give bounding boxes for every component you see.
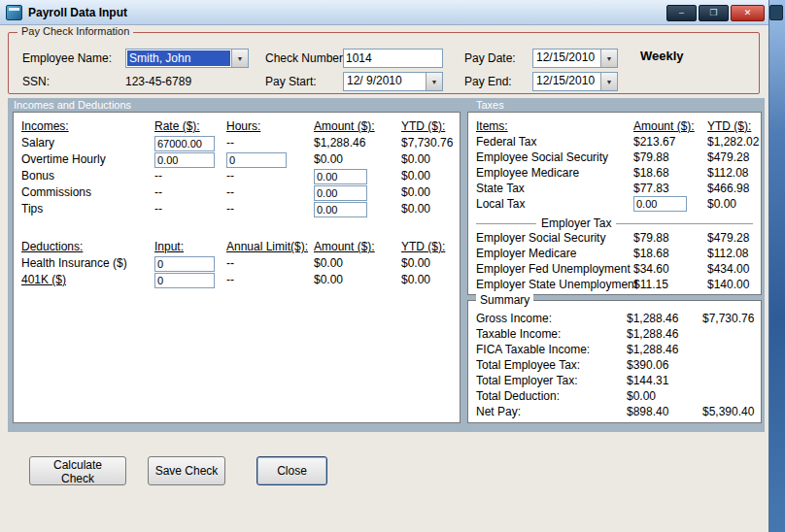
income-hours: -- xyxy=(226,168,314,184)
ssn-value: 123-45-6789 xyxy=(125,75,191,88)
health-insurance-input[interactable] xyxy=(154,256,215,272)
minimize-button[interactable]: – xyxy=(666,5,697,21)
title-bar[interactable]: Payroll Data Input – ❐ ✕ xyxy=(0,0,768,25)
income-row-label: Overtime Hourly xyxy=(21,151,154,168)
pay-date-value: 12/15/2010 xyxy=(533,50,600,67)
tips-amount-input[interactable] xyxy=(314,202,367,217)
taxes-panel: Items: Amount ($): YTD ($): Federal Tax … xyxy=(467,112,762,295)
income-amount: $0.00 xyxy=(314,151,401,168)
pay-date-dropdown-button[interactable]: ▼ xyxy=(600,50,617,67)
tax-amount: $79.88 xyxy=(633,230,707,246)
window-controls: – ❐ ✕ xyxy=(666,5,765,21)
tax-ytd: $1,282.02 xyxy=(707,134,761,150)
pay-date-picker[interactable]: 12/15/2010 ▼ xyxy=(532,49,618,68)
summary-row-label: Total Deduction: xyxy=(476,388,627,404)
deduction-ytd: $0.00 xyxy=(401,255,460,272)
income-rate: -- xyxy=(154,201,226,217)
taxes-table: Items: Amount ($): YTD ($): Federal Tax … xyxy=(468,113,761,292)
summary-ytd xyxy=(702,326,761,342)
deduction-amount: $0.00 xyxy=(314,272,401,288)
income-row-label: Commissions xyxy=(21,184,154,201)
summary-amount: $1,288.46 xyxy=(627,311,702,326)
pay-start-dropdown-button[interactable]: ▼ xyxy=(426,73,442,90)
close-check-button[interactable]: Close xyxy=(256,456,327,485)
bonus-amount-input[interactable] xyxy=(314,169,367,184)
income-amount: $1,288.46 xyxy=(314,135,401,151)
401k-input[interactable] xyxy=(154,273,215,288)
tax-amount: $18.68 xyxy=(633,246,707,261)
save-check-button[interactable]: Save Check xyxy=(148,456,225,485)
incomes-table: Incomes: Rate ($): Hours: Amount ($): YT… xyxy=(14,113,460,288)
close-icon[interactable]: ✕ xyxy=(731,5,765,21)
summary-row-label: Taxable Income: xyxy=(476,326,627,342)
deduction-limit: -- xyxy=(226,272,314,288)
summary-row-label: Gross Income: xyxy=(476,311,627,326)
employee-name-value: Smith, John xyxy=(127,50,230,66)
tax-amount: $34.60 xyxy=(633,261,707,277)
column-header: YTD ($): xyxy=(401,118,460,135)
pay-start-picker[interactable]: 12/ 9/2010 ▼ xyxy=(343,72,443,91)
window-title: Payroll Data Input xyxy=(28,6,127,19)
summary-row-label: Total Employee Tax: xyxy=(476,357,627,373)
employer-tax-header: Employer Tax xyxy=(536,216,616,230)
income-row-label: Bonus xyxy=(21,168,154,184)
deduction-row-label: 401K ($) xyxy=(21,272,154,288)
tax-row-label: Employer Fed Unemployment xyxy=(476,261,633,277)
main-panel: Incomes and Deductions Taxes Incomes: Ra… xyxy=(8,98,765,432)
pay-start-value: 12/ 9/2010 xyxy=(344,73,426,90)
overtime-hours-input[interactable] xyxy=(226,152,287,168)
column-header: YTD ($): xyxy=(401,239,460,255)
deduction-ytd: $0.00 xyxy=(401,272,460,288)
income-ytd: $0.00 xyxy=(401,151,460,168)
column-header: Incomes: xyxy=(21,118,154,135)
column-header: Deductions: xyxy=(21,239,154,255)
local-tax-input[interactable] xyxy=(633,196,687,212)
summary-ytd xyxy=(702,373,761,388)
income-row-label: Tips xyxy=(21,201,154,217)
tax-ytd: $479.28 xyxy=(707,150,761,165)
incomes-section-header: Incomes and Deductions xyxy=(14,99,131,111)
tax-row-label: Federal Tax xyxy=(476,134,633,150)
tax-row-label: State Tax xyxy=(476,181,633,196)
tax-row-label: Employee Social Security xyxy=(476,150,633,165)
pay-end-dropdown-button[interactable]: ▼ xyxy=(600,73,617,90)
check-number-input[interactable] xyxy=(343,49,443,68)
pay-end-value: 12/15/2010 xyxy=(533,73,600,90)
paycheck-group-label: Pay Check Information xyxy=(17,25,133,37)
employer-tax-divider: Employer Tax xyxy=(476,216,753,230)
calculate-check-button[interactable]: Calculate Check xyxy=(29,456,126,485)
summary-amount: $1,288.46 xyxy=(627,342,702,357)
tax-ytd: $140.00 xyxy=(707,277,761,292)
tax-row-label: Employer State Unemployment xyxy=(476,277,633,292)
employee-name-dropdown-button[interactable]: ▼ xyxy=(231,50,248,67)
column-header: Amount ($): xyxy=(314,118,401,135)
tax-amount: $11.15 xyxy=(633,277,707,292)
ssn-label: SSN: xyxy=(22,75,50,88)
app-icon xyxy=(6,5,22,20)
tax-amount: $213.67 xyxy=(633,134,707,150)
tax-amount: $79.88 xyxy=(633,150,707,165)
tax-ytd: $479.28 xyxy=(707,230,761,246)
incomes-panel: Incomes: Rate ($): Hours: Amount ($): YT… xyxy=(13,112,461,423)
maximize-button[interactable]: ❐ xyxy=(699,5,729,21)
pay-end-picker[interactable]: 12/15/2010 ▼ xyxy=(532,72,618,91)
summary-panel: Summary Gross Income: $1,288.46 $7,730.7… xyxy=(467,300,762,423)
summary-amount: $144.31 xyxy=(627,373,702,388)
taxes-section-header: Taxes xyxy=(476,99,504,111)
income-hours: -- xyxy=(226,201,314,217)
employee-name-combobox[interactable]: Smith, John ▼ xyxy=(125,49,249,68)
salary-rate-input[interactable] xyxy=(154,136,215,151)
summary-amount: $898.40 xyxy=(627,404,702,419)
income-ytd: $0.00 xyxy=(401,168,460,184)
income-hours: -- xyxy=(226,135,314,151)
summary-amount: $0.00 xyxy=(627,388,702,404)
summary-row-label: FICA Taxable Income: xyxy=(476,342,627,357)
tax-row-label: Employee Medicare xyxy=(476,165,633,181)
pay-end-label: Pay End: xyxy=(464,75,512,88)
tax-row-label: Employer Social Security xyxy=(476,230,633,246)
overtime-rate-input[interactable] xyxy=(154,152,215,168)
commissions-amount-input[interactable] xyxy=(314,185,367,201)
summary-ytd: $7,730.76 xyxy=(702,311,761,326)
chevron-down-icon: ▼ xyxy=(431,79,438,85)
column-header: Annual Limit($): xyxy=(226,239,314,255)
